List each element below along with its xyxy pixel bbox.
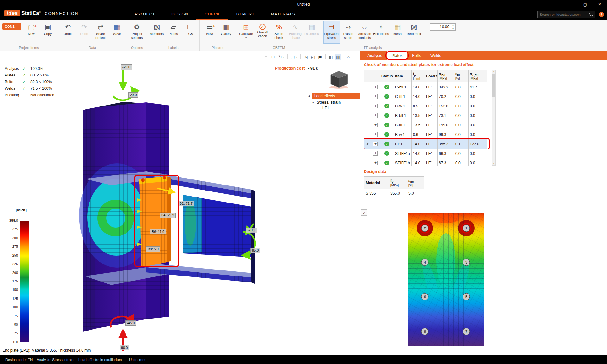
spinner-up-icon[interactable]: ▴ [451,24,455,27]
table-row[interactable]: + ✓ B-w 1 8.6 LE1 99.3 0.0 0.0 [364,130,487,139]
legend-tick: 125 [5,297,18,300]
row-epsilon-pl: 0.0 [454,120,469,130]
lcs-toggle-button[interactable]: ∟ LCS [181,21,198,44]
table-row[interactable]: + ✓ C-bfl 1 14.0 LE1 343.2 0.0 41.7 [364,82,487,92]
col-item: Item [394,70,412,82]
row-add-button[interactable]: + [371,158,380,166]
ribbon-group-pictures: ▭+ New ▥ Gallery Pictures [200,20,236,51]
save-button[interactable]: ▦ Save [109,21,125,44]
row-status: ✓ [380,82,394,92]
table-row[interactable]: > + ✓ EP1 14.0 LE1 355.2 0.1 122.0 [364,139,487,149]
stress-in-contacts-button[interactable]: ⇔ Stress in contacts [356,21,373,44]
table-row[interactable]: + ✓ B-tfl 1 13.5 LE1 199.0 0.0 0.0 [364,120,487,130]
new-picture-button[interactable]: ▭+ New [201,21,218,44]
bolt-number: 8 [424,330,426,333]
expand-view-button[interactable]: ↕ [361,209,367,216]
undo-button[interactable]: ↶ Undo [59,21,76,44]
new-project-item-button[interactable]: ▢+ New [23,21,40,44]
crop-view-icon[interactable]: ▢⌄ [290,54,298,60]
3d-viewport[interactable]: Analysis ✓ 100.0% Plates ✓ 0.1 < 5.0% Bo… [0,51,360,355]
row-expand-arrow[interactable] [364,92,371,101]
tab-welds[interactable]: Welds [426,51,446,60]
row-expand-arrow[interactable] [364,82,371,92]
plastic-strain-button[interactable]: ⇝ Plastic strain [340,21,356,44]
row-add-button[interactable]: + [371,139,380,149]
row-loads: LE1 [425,130,438,139]
minimize-icon[interactable]: — [563,0,578,9]
equivalent-stress-button[interactable]: ⇉ Equivalent stress [323,21,340,44]
row-add-button[interactable]: + [371,82,380,92]
row-expand-arrow[interactable] [364,101,371,111]
gallery-button[interactable]: ▥ Gallery [218,21,234,44]
deformed-button[interactable]: ▨ Deformed [406,21,422,44]
table-row[interactable]: + ✓ STIFF1b 14.0 LE1 67.3 0.0 0.0 [364,158,487,166]
end-plate-ep1[interactable] [139,176,171,267]
table-row[interactable]: + ✓ STIFF1a 14.0 LE1 66.3 0.0 0.0 [364,149,487,158]
collapse-arrow-icon[interactable]: ◂ [308,94,310,98]
overall-check-button[interactable]: ✓ Overall check [254,21,271,44]
close-icon[interactable]: × [592,0,607,9]
members-toggle-button[interactable]: ▧ Members [149,21,165,44]
table-row[interactable]: + ✓ C-tfl 1 14.0 LE1 70.2 0.0 0.0 [364,92,487,101]
row-expand-arrow[interactable] [364,158,371,166]
table-row[interactable]: + ✓ C-w 1 8.5 LE1 152.8 0.0 0.0 [364,101,487,111]
navigation-cube[interactable] [327,70,351,90]
scroll-down-icon[interactable]: ▼ [492,161,495,165]
share-project-button[interactable]: ⇄ Share project [92,21,109,44]
maximize-icon[interactable]: ▢ [578,0,592,9]
strain-check-button[interactable]: % Strain check [271,21,287,44]
calculate-button[interactable]: ⊞ Calculate ⌄ [238,21,254,44]
tab-analysis[interactable]: Analysis [363,51,387,60]
front-view-icon[interactable]: ◰ [310,54,316,60]
scrollbar-thumb[interactable] [492,74,495,97]
bolt-forces-button[interactable]: ⌖ Bolt forces [373,21,389,44]
tree-header-load-effects[interactable]: ◂ Load effects [312,93,360,99]
plate-detail-view[interactable]: ↕ [360,206,607,355]
row-add-button[interactable]: + [371,120,380,130]
section-view-icon[interactable]: ◧ [328,54,334,60]
tree-item-stress-strain[interactable]: ▴ Stress, strain [312,99,360,105]
tab-plates[interactable]: Plates [387,51,408,60]
row-expand-arrow[interactable]: > [364,139,371,149]
isometric-view-icon[interactable]: ◳ [303,54,309,60]
tab-bolts[interactable]: Bolts [407,51,426,60]
row-add-button[interactable]: + [371,92,380,101]
info-icon[interactable]: i [599,12,604,17]
row-add-button[interactable]: + [371,111,380,120]
tree-item-le1[interactable]: LE1 [312,105,360,110]
spinner-down-icon[interactable]: ▾ [451,27,455,31]
split-view-icon[interactable]: ▥ [335,54,341,60]
rotate-view-icon[interactable]: ↻⌄ [277,54,285,60]
row-expand-arrow[interactable] [364,111,371,120]
row-expand-arrow[interactable] [364,149,371,158]
menu-project[interactable]: PROJECT [126,9,163,20]
row-add-button[interactable]: + [371,149,380,158]
zoom-fit-icon[interactable]: ⊡ [270,54,276,60]
project-settings-button[interactable]: ⚙ Project settings [129,21,145,44]
menu-materials[interactable]: MATERIALS [263,9,304,20]
plates-toggle-button[interactable]: ▱ Plates [165,21,181,44]
table-scrollbar[interactable]: ▲ ▼ [492,70,496,166]
solid-view-icon[interactable]: ▣ [317,54,323,60]
mesh-button[interactable]: ▦ Mesh [389,21,406,44]
scene-list-icon[interactable]: ≡ [263,54,269,60]
row-expand-arrow[interactable] [364,130,371,139]
expand-arrow-icon[interactable]: ▴ [312,100,314,104]
menu-design[interactable]: DESIGN [163,9,196,20]
search-icon[interactable] [588,12,593,17]
search-input[interactable] [538,13,588,16]
legend-tick: 300 [5,236,18,240]
row-add-button[interactable]: + [371,101,380,111]
ribbon-group-data: ↶ Undo ↷ Redo ⇄ Share project ▦ Save Dat… [58,20,127,51]
row-add-button[interactable]: + [371,130,380,139]
row-expand-arrow[interactable] [364,120,371,130]
menu-check[interactable]: CHECK [196,9,228,20]
home-view-icon[interactable]: ⌂ [345,54,352,60]
con1-dropdown[interactable]: CON1⌄ [2,23,21,30]
copy-button[interactable]: ▣ Copy [40,21,56,44]
plate-stress-map[interactable]: 1 2 3 4 5 6 7 8 [408,213,484,346]
table-row[interactable]: + ✓ B-bfl 1 13.5 LE1 73.1 0.0 0.0 [364,111,487,120]
scroll-up-icon[interactable]: ▲ [492,70,495,74]
deformed-scale-spinner[interactable]: 10.00 ▴ ▾ [430,23,456,31]
menu-report[interactable]: REPORT [228,9,263,20]
